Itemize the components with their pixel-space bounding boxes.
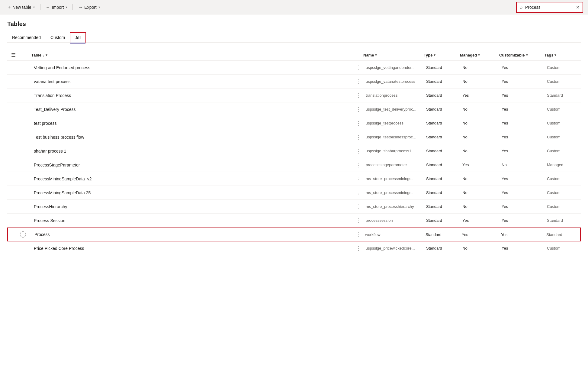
row-context-menu[interactable]: ⋮ bbox=[354, 203, 363, 210]
row-customizable: Yes bbox=[499, 92, 545, 99]
list-view-icon[interactable]: ☰ bbox=[11, 52, 15, 58]
header-type-col[interactable]: Type ▾ bbox=[424, 53, 460, 57]
row-customizable: Yes bbox=[499, 120, 545, 127]
row-table-name[interactable]: Translation Process bbox=[31, 92, 354, 99]
customizable-filter-icon[interactable]: ▾ bbox=[526, 53, 528, 57]
search-clear-icon[interactable]: ✕ bbox=[576, 5, 580, 10]
table-row[interactable]: ProcessMiningSampleData 25 ⋮ ms_store_pr… bbox=[7, 186, 581, 200]
header-table-col[interactable]: Table ↓ ▾ bbox=[31, 53, 354, 57]
header-customizable-col[interactable]: Customizable ▾ bbox=[499, 53, 545, 57]
row-table-name[interactable]: Process bbox=[32, 231, 354, 238]
row-tags: Custom bbox=[545, 189, 581, 196]
table-row[interactable]: vatana test process ⋮ uspsslge_vatanates… bbox=[7, 75, 581, 89]
type-filter-icon[interactable]: ▾ bbox=[434, 53, 435, 57]
new-table-button[interactable]: + New table ▾ bbox=[5, 3, 38, 12]
import-button[interactable]: ← Import ▾ bbox=[43, 3, 70, 11]
row-table-name[interactable]: ProcessMiningSampleData 25 bbox=[31, 189, 354, 196]
row-table-name[interactable]: Price Picked Core Process bbox=[31, 245, 354, 252]
table-row[interactable]: Test_Delivery Process ⋮ uspsslge_test_de… bbox=[7, 102, 581, 116]
tab-custom[interactable]: Custom bbox=[46, 33, 70, 42]
row-context-menu[interactable]: ⋮ bbox=[354, 78, 363, 85]
row-name: ms_store_processminings... bbox=[363, 189, 424, 196]
table-row[interactable]: Process ⋮ workflow Standard Yes Yes Stan… bbox=[7, 228, 581, 241]
table-row[interactable]: shahar process 1 ⋮ uspsslge_shaharproces… bbox=[7, 144, 581, 158]
row-table-name[interactable]: Test business process flow bbox=[31, 134, 354, 141]
table-row[interactable]: test process ⋮ uspsslge_testprocess Stan… bbox=[7, 116, 581, 130]
search-box[interactable]: ⌕ ✕ bbox=[516, 2, 583, 13]
row-managed: No bbox=[460, 175, 499, 182]
name-filter-icon[interactable]: ▾ bbox=[375, 53, 377, 57]
header-managed-label: Managed bbox=[460, 53, 477, 57]
row-tags: Custom bbox=[545, 134, 581, 141]
row-context-menu[interactable]: ⋮ bbox=[354, 176, 363, 182]
header-managed-col[interactable]: Managed ▾ bbox=[460, 53, 499, 57]
row-tags: Custom bbox=[545, 245, 581, 252]
row-name: translationprocess bbox=[363, 92, 424, 99]
row-context-menu[interactable]: ⋮ bbox=[354, 92, 363, 99]
row-table-name[interactable]: test process bbox=[31, 120, 354, 127]
table-row[interactable]: Translation Process ⋮ translationprocess… bbox=[7, 89, 581, 102]
row-tags: Custom bbox=[545, 175, 581, 182]
row-customizable: Yes bbox=[499, 134, 545, 141]
table-row[interactable]: Vetting and Endorsed process ⋮ uspsslge_… bbox=[7, 61, 581, 75]
row-table-name[interactable]: vatana test process bbox=[31, 78, 354, 85]
table-row[interactable]: Test business process flow ⋮ uspsslge_te… bbox=[7, 130, 581, 144]
header-tags-col[interactable]: Tags ▾ bbox=[545, 53, 581, 57]
import-chevron-icon: ▾ bbox=[66, 5, 67, 9]
table-row[interactable]: Price Picked Core Process ⋮ uspsslge_pri… bbox=[7, 241, 581, 255]
row-table-name[interactable]: shahar process 1 bbox=[31, 147, 354, 155]
row-customizable: Yes bbox=[499, 217, 545, 224]
table-row[interactable]: ProcessStageParameter ⋮ processstagepara… bbox=[7, 158, 581, 172]
row-managed: Yes bbox=[459, 231, 499, 238]
row-name: ms_store_processhierarchy bbox=[363, 203, 424, 210]
import-arrow-icon: ← bbox=[46, 5, 50, 10]
row-managed: No bbox=[460, 203, 499, 210]
row-managed: No bbox=[460, 147, 499, 154]
row-checkbox-empty bbox=[19, 65, 25, 71]
export-button[interactable]: → Export ▾ bbox=[75, 3, 103, 11]
tags-filter-icon[interactable]: ▾ bbox=[554, 53, 556, 57]
table-row[interactable]: Process Session ⋮ processsession Standar… bbox=[7, 214, 581, 228]
tab-recommended[interactable]: Recommended bbox=[7, 33, 46, 42]
row-context-menu[interactable]: ⋮ bbox=[354, 64, 363, 71]
toolbar-divider-2 bbox=[72, 4, 73, 10]
table-row[interactable]: ProcessMiningSampleData_v2 ⋮ ms_store_pr… bbox=[7, 172, 581, 186]
row-type: Standard bbox=[424, 92, 460, 99]
managed-filter-icon[interactable]: ▾ bbox=[478, 53, 480, 57]
row-context-menu[interactable]: ⋮ bbox=[354, 245, 363, 252]
row-type: Standard bbox=[424, 64, 460, 71]
row-context-menu[interactable]: ⋮ bbox=[354, 120, 363, 127]
row-table-name[interactable]: Vetting and Endorsed process bbox=[31, 64, 354, 71]
row-managed: No bbox=[460, 78, 499, 85]
row-checkbox-empty bbox=[19, 120, 25, 126]
header-list-icon: ☰ bbox=[7, 52, 19, 58]
row-table-name[interactable]: ProcessStageParameter bbox=[31, 161, 354, 169]
row-table-name[interactable]: ProcessMiningSampleData_v2 bbox=[31, 175, 354, 182]
table-filter-icon[interactable]: ▾ bbox=[46, 53, 47, 57]
search-input[interactable] bbox=[525, 5, 574, 10]
row-context-menu[interactable]: ⋮ bbox=[354, 189, 363, 196]
toolbar: + New table ▾ ← Import ▾ → Export ▾ ⌕ ✕ bbox=[0, 0, 588, 15]
row-type: Standard bbox=[424, 161, 460, 168]
row-table-name[interactable]: Test_Delivery Process bbox=[31, 106, 354, 113]
row-table-name[interactable]: Process Session bbox=[31, 217, 354, 224]
row-type: Standard bbox=[424, 120, 460, 127]
tab-custom-label: Custom bbox=[50, 35, 65, 40]
row-type: Standard bbox=[424, 78, 460, 85]
row-context-menu[interactable]: ⋮ bbox=[354, 148, 363, 154]
header-type-label: Type bbox=[424, 53, 432, 57]
tab-all[interactable]: All bbox=[70, 32, 86, 43]
row-context-menu[interactable]: ⋮ bbox=[354, 217, 363, 224]
row-type: Standard bbox=[424, 189, 460, 196]
header-name-col[interactable]: Name ▾ bbox=[363, 53, 424, 57]
table-sort-icon: ↓ bbox=[43, 53, 44, 57]
row-context-menu[interactable]: ⋮ bbox=[354, 134, 363, 141]
row-checkbox[interactable] bbox=[20, 231, 26, 237]
table-row[interactable]: ProcessHierarchy ⋮ ms_store_processhiera… bbox=[7, 200, 581, 214]
row-context-menu[interactable]: ⋮ bbox=[354, 231, 363, 238]
row-checkbox-empty bbox=[19, 92, 25, 99]
row-context-menu[interactable]: ⋮ bbox=[354, 106, 363, 113]
row-context-menu[interactable]: ⋮ bbox=[354, 162, 363, 168]
tabs-bar: Recommended Custom All bbox=[7, 32, 581, 43]
row-table-name[interactable]: ProcessHierarchy bbox=[31, 203, 354, 210]
